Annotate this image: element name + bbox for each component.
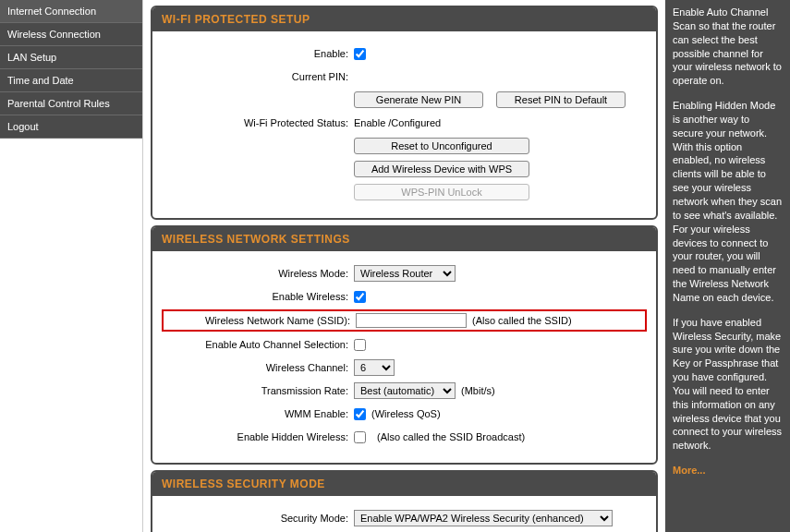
sidebar-label: Time and Date [7, 75, 74, 86]
wps-enable-checkbox[interactable] [354, 48, 366, 60]
security-mode-label: Security Mode: [164, 513, 354, 524]
wlan-mode-label: Wireless Mode: [164, 268, 354, 279]
security-title: WIRELESS SECURITY MODE [152, 472, 656, 496]
wireless-mode-select[interactable]: Wireless Router [354, 265, 456, 282]
security-panel: WIRELESS SECURITY MODE Security Mode: En… [151, 470, 658, 532]
hidden-hint: (Also called the SSID Broadcast) [377, 431, 525, 442]
wireless-channel-select[interactable]: 6 [354, 359, 395, 376]
wps-title: WI-FI PROTECTED SETUP [152, 7, 656, 31]
wmm-label: WMM Enable: [164, 408, 354, 419]
security-mode-select[interactable]: Enable WPA/WPA2 Wireless Security (enhan… [354, 510, 613, 526]
ssid-hint: (Also called the SSID) [472, 315, 572, 326]
help-paragraph: If you have enabled Wireless Security, m… [673, 316, 783, 453]
sidebar-item-wireless[interactable]: Wireless Connection [0, 23, 142, 46]
sidebar-item-time[interactable]: Time and Date [0, 69, 142, 92]
sidebar-label: Logout [7, 121, 39, 132]
wps-status-value: Enable /Configured [354, 117, 441, 128]
wlan-panel: WIRELESS NETWORK SETTINGS Wireless Mode:… [151, 225, 658, 465]
help-more-link[interactable]: More... [673, 465, 705, 476]
help-panel: Enable Auto Channel Scan so that the rou… [665, 0, 790, 532]
sidebar-item-lan[interactable]: LAN Setup [0, 46, 142, 69]
wps-panel: WI-FI PROTECTED SETUP Enable: Current PI… [151, 6, 658, 220]
wmm-hint: (Wireless QoS) [371, 408, 441, 419]
sidebar-item-internet[interactable]: Internet Connection [0, 0, 142, 23]
auto-channel-label: Enable Auto Channel Selection: [164, 339, 354, 350]
sidebar-label: Internet Connection [7, 6, 96, 17]
wps-pin-unlock-button[interactable]: WPS-PIN UnLock [354, 184, 529, 200]
wlan-title: WIRELESS NETWORK SETTINGS [152, 227, 656, 251]
sidebar-label: Wireless Connection [7, 29, 101, 40]
wmm-enable-checkbox[interactable] [354, 408, 366, 420]
sidebar-label: Parental Control Rules [7, 98, 110, 109]
rate-unit: (Mbit/s) [461, 385, 495, 396]
add-wireless-device-button[interactable]: Add Wireless Device with WPS [354, 161, 529, 177]
auto-channel-checkbox[interactable] [354, 339, 366, 351]
main-content: WI-FI PROTECTED SETUP Enable: Current PI… [143, 0, 665, 532]
wps-status-label: Wi-Fi Protected Status: [164, 117, 354, 128]
channel-label: Wireless Channel: [164, 362, 354, 373]
sidebar-item-logout[interactable]: Logout [0, 115, 142, 139]
hidden-label: Enable Hidden Wireless: [164, 431, 354, 442]
sidebar: Internet Connection Wireless Connection … [0, 0, 143, 532]
reset-unconfigured-button[interactable]: Reset to Unconfigured [354, 138, 529, 154]
ssid-label: Wireless Network Name (SSID): [165, 315, 356, 326]
help-paragraph: Enable Auto Channel Scan so that the rou… [673, 6, 783, 88]
rate-label: Transmission Rate: [164, 385, 354, 396]
wps-enable-label: Enable: [164, 48, 354, 59]
ssid-input[interactable] [356, 313, 467, 328]
wps-pin-label: Current PIN: [164, 71, 354, 82]
hidden-wireless-checkbox[interactable] [354, 431, 366, 443]
transmission-rate-select[interactable]: Best (automatic) [354, 382, 456, 399]
reset-pin-button[interactable]: Reset PIN to Default [496, 91, 626, 108]
sidebar-item-parental[interactable]: Parental Control Rules [0, 92, 142, 115]
sidebar-label: LAN Setup [7, 52, 56, 63]
ssid-row-highlight: Wireless Network Name (SSID): (Also call… [162, 309, 647, 332]
generate-pin-button[interactable]: Generate New PIN [354, 91, 483, 108]
wlan-enable-label: Enable Wireless: [164, 291, 354, 302]
enable-wireless-checkbox[interactable] [354, 291, 366, 303]
help-paragraph: Enabling Hidden Mode is another way to s… [673, 99, 783, 305]
